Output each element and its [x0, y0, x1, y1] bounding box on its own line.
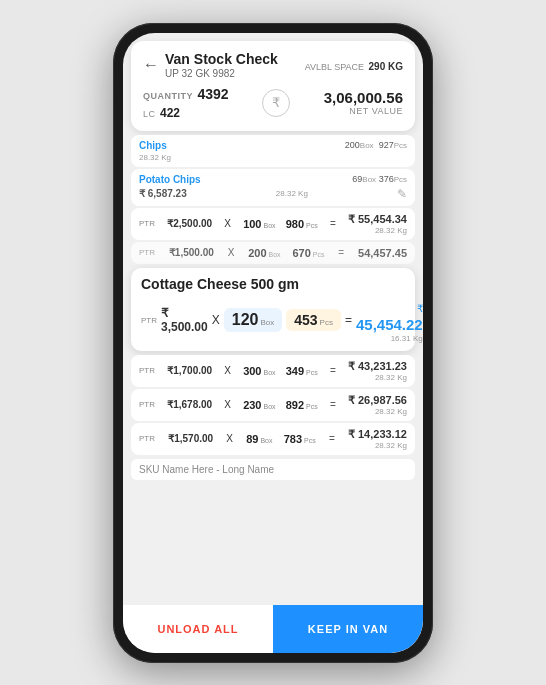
bottom-buttons: UNLOAD ALL KEEP IN VAN	[123, 605, 423, 653]
exp-box-label: Box	[260, 318, 274, 327]
list-item[interactable]: Chips 200Box 927Pcs 28.32 Kg	[131, 135, 415, 167]
box-number: 300	[243, 365, 261, 377]
equals-sign: =	[330, 365, 336, 376]
quantity-value: 4392	[197, 86, 228, 102]
ptr-value: ₹2,500.00	[167, 218, 212, 229]
total-block: ₹ 43,231.23 28.32 Kg	[348, 360, 407, 382]
pcs-label: Pcs	[306, 369, 318, 376]
exp-multiply-sign: X	[212, 313, 220, 327]
box-pcs: 89 Box	[246, 433, 272, 445]
net-value-block: 3,06,000.56 NET VALUE	[324, 89, 403, 116]
total-weight: 28.32 Kg	[348, 407, 407, 416]
list-item[interactable]: Potato Chips 69Box 376Pcs ₹ 6,587.23 28.…	[131, 169, 415, 206]
quantity-label: QUANTITY	[143, 91, 193, 101]
exp-equals-sign: =	[345, 313, 352, 327]
box-label: Box	[360, 141, 374, 150]
box-pcs: 200 Box	[248, 247, 280, 259]
phone-wrapper: ← Van Stock Check UP 32 GK 9982 AVLBL SP…	[113, 23, 433, 663]
net-label: NET VALUE	[324, 106, 403, 116]
header-bottom: QUANTITY 4392 LC 422 ₹ 3,06,000.56 NET V…	[143, 85, 403, 121]
equals-sign: =	[338, 247, 344, 258]
pcs-label: Pcs	[306, 403, 318, 410]
header-top: ← Van Stock Check UP 32 GK 9982 AVLBL SP…	[143, 51, 403, 79]
box-pcs: 230 Box	[243, 399, 275, 411]
multiply-sign: X	[224, 365, 231, 376]
keep-in-van-button[interactable]: KEEP IN VAN	[273, 605, 423, 653]
item-detail-row: PTR ₹2,500.00 X 100 Box 980 Pcs =	[139, 213, 407, 235]
item-stock: 69Box 376Pcs	[352, 174, 407, 184]
back-button[interactable]: ←	[143, 56, 159, 74]
box-label: Box	[263, 403, 275, 410]
edit-icon[interactable]: ✎	[397, 187, 407, 201]
list-item[interactable]: PTR ₹2,500.00 X 100 Box 980 Pcs =	[131, 208, 415, 240]
pcs-block: 783 Pcs	[284, 433, 316, 445]
exp-pcs-label: Pcs	[320, 318, 333, 327]
total-block: ₹ 14,233.12 28.32 Kg	[348, 428, 407, 450]
equals-sign: =	[330, 218, 336, 229]
exp-box-number: 120	[232, 311, 259, 329]
multiply-sign: X	[228, 247, 235, 258]
unload-all-button[interactable]: UNLOAD ALL	[123, 605, 273, 653]
lc-label: LC	[143, 109, 156, 119]
pcs-label: Pcs	[306, 222, 318, 229]
box-number: 230	[243, 399, 261, 411]
ptr-label: PTR	[139, 248, 155, 257]
ptr-label: PTR	[139, 400, 155, 409]
box-label: Box	[260, 437, 272, 444]
total-weight: 28.32 Kg	[348, 441, 407, 450]
item-name: Chips	[139, 140, 167, 151]
pcs-number: 783	[284, 433, 302, 445]
ptr-label: PTR	[139, 219, 155, 228]
back-title: ← Van Stock Check UP 32 GK 9982	[143, 51, 278, 79]
pcs-number: 670	[292, 247, 310, 259]
exp-pcs-block[interactable]: 453 Pcs	[286, 309, 341, 331]
ptr-label: PTR	[139, 434, 155, 443]
list-item[interactable]: PTR ₹1,700.00 X 300 Box 349 Pcs =	[131, 355, 415, 387]
total-block: ₹ 26,987.56 28.32 Kg	[348, 394, 407, 416]
item-weight: 28.32 Kg	[139, 153, 407, 162]
item-name-row: Potato Chips 69Box 376Pcs	[139, 174, 407, 185]
box-number: 89	[246, 433, 258, 445]
exp-rupee-symbol: ₹	[417, 303, 423, 314]
ptr-label: PTR	[139, 366, 155, 375]
equals-sign: =	[329, 433, 335, 444]
exp-ptr-value: ₹ 3,500.00	[161, 306, 208, 334]
box-number: 200	[248, 247, 266, 259]
phone-screen: ← Van Stock Check UP 32 GK 9982 AVLBL SP…	[123, 33, 423, 653]
exp-total-amount: 45,454.22	[356, 316, 423, 333]
expanded-item-name: Cottage Cheese 500 gm	[141, 276, 405, 292]
pcs-label: Pcs	[394, 141, 407, 150]
phone-shell: ← Van Stock Check UP 32 GK 9982 AVLBL SP…	[113, 23, 433, 663]
list-item[interactable]: PTR ₹1,500.00 X 200 Box 670 Pcs =	[131, 242, 415, 264]
multiply-sign: X	[224, 218, 231, 229]
page-title: Van Stock Check	[165, 51, 278, 67]
pcs-label: Pcs	[313, 251, 325, 258]
list-item[interactable]: PTR ₹1,678.00 X 230 Box 892 Pcs =	[131, 389, 415, 421]
ptr-value: ₹1,500.00	[169, 247, 214, 258]
box-pcs: 300 Box	[243, 365, 275, 377]
item-total: ₹ 6,587.23	[139, 188, 187, 199]
pcs-block: 670 Pcs	[292, 247, 324, 259]
item-detail-row: PTR ₹1,570.00 X 89 Box 783 Pcs =	[139, 428, 407, 450]
avlbl-space-block: AVLBL SPACE 290 KG	[305, 56, 403, 74]
list-item[interactable]: PTR ₹1,570.00 X 89 Box 783 Pcs =	[131, 423, 415, 455]
box-label: Box	[269, 251, 281, 258]
ptr-value: ₹1,700.00	[167, 365, 212, 376]
total-amount: ₹ 55,454.34	[348, 213, 407, 226]
item-stock: 200Box 927Pcs	[345, 140, 407, 150]
total-amount: 54,457.45	[358, 247, 407, 259]
total-amount: ₹ 26,987.56	[348, 394, 407, 407]
pcs-number: 892	[286, 399, 304, 411]
exp-box-block[interactable]: 120 Box	[224, 308, 283, 332]
avlbl-label: AVLBL SPACE	[305, 62, 364, 72]
avlbl-value: 290 KG	[369, 61, 403, 72]
exp-total-block: ₹ 45,454.22 16.31 Kg	[356, 298, 423, 343]
expanded-item-card[interactable]: Cottage Cheese 500 gm PTR ₹ 3,500.00 X 1…	[131, 268, 415, 351]
ptr-value: ₹1,678.00	[167, 399, 212, 410]
expanded-detail-row: PTR ₹ 3,500.00 X 120 Box 453 Pcs =	[141, 298, 405, 343]
vehicle-plate: UP 32 GK 9982	[165, 68, 278, 79]
item-detail-row: PTR ₹1,700.00 X 300 Box 349 Pcs =	[139, 360, 407, 382]
total-block: ₹ 55,454.34 28.32 Kg	[348, 213, 407, 235]
pcs-number: 980	[286, 218, 304, 230]
exp-pcs-number: 453	[294, 312, 317, 328]
